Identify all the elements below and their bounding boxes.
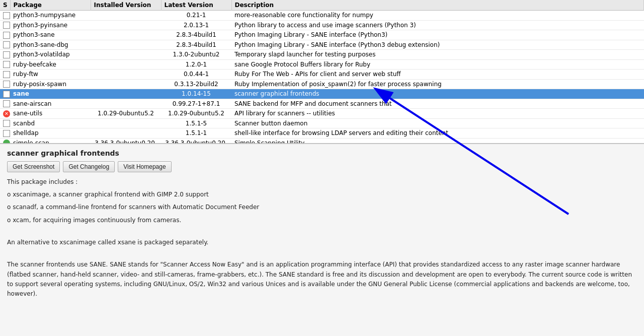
row-installed-version — [91, 118, 161, 128]
row-package: python3-sane-dbg — [10, 40, 91, 50]
row-status-cell — [0, 11, 10, 21]
row-installed-version — [91, 70, 161, 80]
row-status-cell — [0, 50, 10, 60]
status-green-icon — [3, 140, 10, 144]
table-row[interactable]: python3-numpysane0.21-1more-reasonable c… — [0, 11, 644, 21]
row-installed-version — [91, 128, 161, 139]
row-description: SANE backend for MFP and document scanne… — [231, 99, 644, 109]
row-checkbox[interactable] — [3, 22, 10, 29]
table-row[interactable]: python3-volatildap1.3.0-2ubuntu2Temporar… — [0, 50, 644, 60]
row-checkbox[interactable] — [3, 100, 10, 107]
detail-paragraph: o xscanimage, a scanner graphical fronte… — [7, 190, 637, 199]
row-status-cell — [0, 128, 10, 139]
table-row[interactable]: python3-pyinsane2.0.13-1Python library t… — [0, 20, 644, 30]
row-status-cell — [0, 20, 10, 30]
row-latest-version: 2.8.3-4build1 — [161, 40, 231, 50]
row-installed-version — [91, 30, 161, 40]
row-package: shelldap — [10, 128, 91, 139]
row-package: python3-pyinsane — [10, 20, 91, 30]
row-latest-version: 2.8.3-4build1 — [161, 30, 231, 40]
row-description: scanner graphical frontends — [231, 89, 644, 99]
row-description: Simple Scanning Utility — [231, 138, 644, 144]
row-checkbox[interactable] — [3, 130, 10, 137]
table-row[interactable]: ruby-posix-spawn0.3.13-2build2Ruby Imple… — [0, 79, 644, 89]
row-latest-version: 3.36.3-0ubuntu0.20. — [161, 138, 231, 144]
row-checkbox[interactable] — [3, 91, 10, 98]
row-package: scanbd — [10, 118, 91, 128]
row-description: Scanner button daemon — [231, 118, 644, 128]
row-installed-version — [91, 89, 161, 99]
row-description: Temporary slapd launcher for testing pur… — [231, 50, 644, 60]
row-package: ruby-posix-spawn — [10, 79, 91, 89]
detail-button-row: Get Screenshot Get Changelog Visit Homep… — [7, 161, 637, 172]
row-installed-version — [91, 59, 161, 70]
row-latest-version: 0.99.27-1+87.1 — [161, 99, 231, 109]
row-description: Ruby Implementation of posix_spawn(2) fo… — [231, 79, 644, 89]
get-screenshot-button[interactable]: Get Screenshot — [7, 161, 60, 172]
detail-title: scanner graphical frontends — [7, 149, 637, 157]
row-checkbox[interactable] — [3, 41, 10, 48]
row-latest-version: 1.0.29-0ubuntu5.2 — [161, 109, 231, 119]
table-row[interactable]: python3-sane-dbg2.8.3-4build1Python Imag… — [0, 40, 644, 50]
row-latest-version: 0.3.13-2build2 — [161, 79, 231, 89]
row-installed-version — [91, 40, 161, 50]
table-row[interactable]: python3-sane2.8.3-4build1Python Imaging … — [0, 30, 644, 40]
table-row[interactable]: simple-scan3.36.3-0ubuntu0.20.3.36.3-0ub… — [0, 138, 644, 144]
row-description: sane Google Protocol Buffers library for… — [231, 59, 644, 70]
col-package[interactable]: Package — [10, 0, 91, 11]
detail-paragraph: The scanner frontends use SANE. SANE sta… — [7, 260, 637, 299]
col-latest[interactable]: Latest Version — [161, 0, 231, 11]
row-package: ruby-beefcake — [10, 59, 91, 70]
row-description: shell-like interface for browsing LDAP s… — [231, 128, 644, 139]
table-row[interactable]: sane1.0.14-15scanner graphical frontends — [0, 89, 644, 99]
row-status-cell — [0, 99, 10, 109]
row-checkbox[interactable] — [3, 71, 10, 78]
row-latest-version: 0.21-1 — [161, 11, 231, 21]
row-installed-version — [91, 11, 161, 21]
row-installed-version — [91, 50, 161, 60]
row-latest-version: 0.0.44-1 — [161, 70, 231, 80]
table-row[interactable]: ✕sane-utils1.0.29-0ubuntu5.21.0.29-0ubun… — [0, 109, 644, 119]
row-latest-version: 1.5.1-1 — [161, 128, 231, 139]
row-installed-version — [91, 20, 161, 30]
row-description: API library for scanners -- utilities — [231, 109, 644, 119]
row-status-cell — [0, 89, 10, 99]
row-latest-version: 1.0.14-15 — [161, 89, 231, 99]
row-checkbox[interactable] — [3, 51, 10, 58]
row-installed-version: 3.36.3-0ubuntu0.20. — [91, 138, 161, 144]
row-installed-version — [91, 79, 161, 89]
row-checkbox[interactable] — [3, 120, 10, 127]
col-description[interactable]: Description — [231, 0, 644, 11]
table-row[interactable]: ruby-ftw0.0.44-1Ruby For The Web - APIs … — [0, 70, 644, 80]
status-red-icon: ✕ — [3, 110, 10, 117]
row-installed-version: 1.0.29-0ubuntu5.2 — [91, 109, 161, 119]
row-package: sane — [10, 89, 91, 99]
row-status-cell — [0, 138, 10, 144]
row-package: simple-scan — [10, 138, 91, 144]
col-installed[interactable]: Installed Version — [91, 0, 161, 11]
row-checkbox[interactable] — [3, 32, 10, 39]
row-latest-version: 2.0.13-1 — [161, 20, 231, 30]
detail-body: This package includes : o xscanimage, a … — [7, 177, 637, 299]
row-description: Python library to access and use image s… — [231, 20, 644, 30]
row-status-cell — [0, 70, 10, 80]
row-checkbox[interactable] — [3, 12, 10, 19]
table-row[interactable]: sane-airscan0.99.27-1+87.1SANE backend f… — [0, 99, 644, 109]
row-status-cell — [0, 40, 10, 50]
row-status-cell — [0, 79, 10, 89]
row-package: sane-airscan — [10, 99, 91, 109]
row-status-cell — [0, 59, 10, 70]
row-checkbox[interactable] — [3, 61, 10, 68]
table-row[interactable]: ruby-beefcake1.2.0-1sane Google Protocol… — [0, 59, 644, 70]
detail-paragraph: o xcam, for acquiring images continuousl… — [7, 216, 637, 225]
row-latest-version: 1.3.0-2ubuntu2 — [161, 50, 231, 60]
detail-paragraph: An alternative to xscanimage called xsan… — [7, 238, 637, 247]
visit-homepage-button[interactable]: Visit Homepage — [118, 161, 172, 172]
table-row[interactable]: shelldap1.5.1-1shell-like interface for … — [0, 128, 644, 139]
row-checkbox[interactable] — [3, 81, 10, 88]
row-status-cell: ✕ — [0, 109, 10, 119]
get-changelog-button[interactable]: Get Changelog — [63, 161, 115, 172]
table-row[interactable]: scanbd1.5.1-5Scanner button daemon — [0, 118, 644, 128]
row-description: Ruby For The Web - APIs for client and s… — [231, 70, 644, 80]
row-latest-version: 1.5.1-5 — [161, 118, 231, 128]
